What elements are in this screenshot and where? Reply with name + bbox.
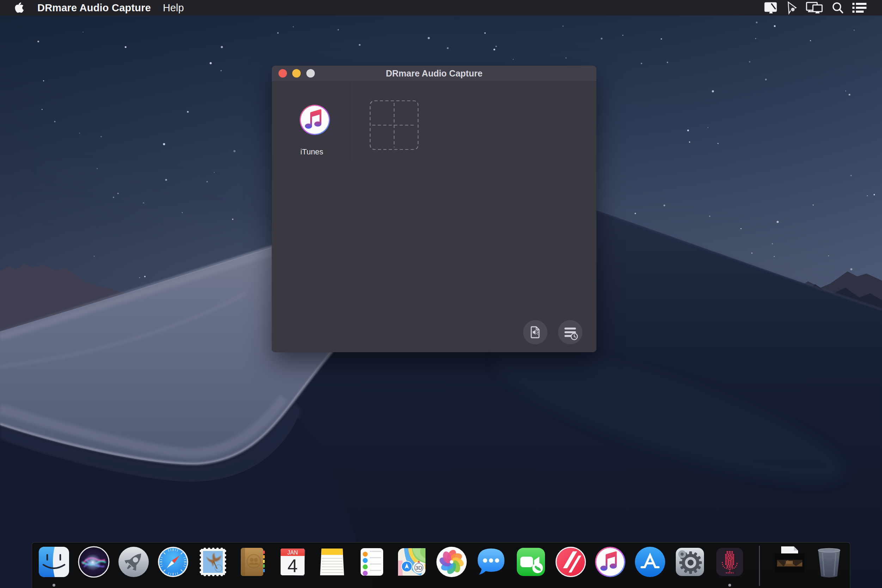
svg-text:4: 4 — [288, 556, 298, 576]
svg-text:JAN: JAN — [287, 550, 298, 556]
svg-text:3D: 3D — [415, 565, 422, 571]
